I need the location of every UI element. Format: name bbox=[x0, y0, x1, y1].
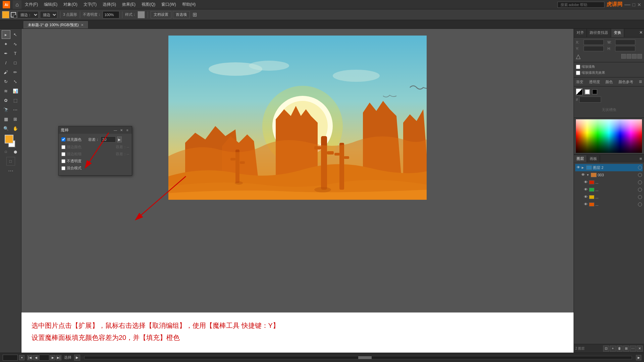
mask-mode-btn[interactable]: ⬤ bbox=[11, 147, 20, 156]
fill-color-checkbox[interactable] bbox=[61, 137, 65, 141]
y-input[interactable] bbox=[584, 46, 604, 51]
zoom-input[interactable]: 100% bbox=[3, 355, 18, 361]
status-scrollbar[interactable] bbox=[84, 356, 632, 359]
tab-close-btn[interactable]: ✕ bbox=[81, 23, 84, 27]
layer-lock-2[interactable] bbox=[638, 166, 642, 170]
opacity-checkbox[interactable] bbox=[61, 159, 65, 163]
blend-btn[interactable]: ⋯ bbox=[11, 105, 20, 114]
close-btn[interactable]: ✕ bbox=[637, 2, 641, 7]
layer-lock-red[interactable] bbox=[638, 180, 642, 184]
rect-btn[interactable]: □ bbox=[11, 58, 20, 67]
create-new-layer-btn[interactable]: + bbox=[610, 346, 616, 352]
pathfinder-tab[interactable]: 路径查找器 bbox=[587, 29, 611, 37]
panel-minimize-btn[interactable]: — bbox=[113, 128, 118, 132]
hand-btn[interactable]: ✋ bbox=[11, 124, 20, 133]
white-swatch[interactable] bbox=[585, 89, 590, 95]
symbol-btn[interactable]: ✿ bbox=[2, 96, 10, 105]
gradient-btn[interactable]: ▦ bbox=[2, 115, 10, 123]
pen-btn[interactable]: ✒ bbox=[2, 49, 10, 58]
foreground-color[interactable] bbox=[5, 135, 13, 143]
menu-object[interactable]: 对象(O) bbox=[61, 1, 80, 8]
blend-mode-checkbox[interactable] bbox=[61, 166, 65, 170]
layers-tab[interactable]: 图层 bbox=[574, 155, 587, 162]
prev-page-btn[interactable]: ◀ bbox=[33, 355, 39, 360]
page-input[interactable]: 1 bbox=[39, 355, 49, 361]
scroll-right-btn[interactable]: ▶ bbox=[636, 355, 641, 360]
graph-btn[interactable]: 📊 bbox=[11, 86, 20, 95]
scale-strokes-checkbox[interactable] bbox=[576, 65, 580, 69]
w-input[interactable] bbox=[615, 40, 635, 45]
warp-btn[interactable]: ≋ bbox=[2, 86, 10, 95]
transform-btn-2[interactable] bbox=[627, 54, 631, 59]
align-tab[interactable]: 对齐 bbox=[574, 29, 587, 37]
panel-menu-icon[interactable]: ≡ bbox=[639, 79, 642, 85]
layer-eye-yellow[interactable]: 👁 bbox=[583, 195, 588, 199]
direct-select-btn[interactable]: ↖ bbox=[11, 30, 20, 39]
layer-eye-003[interactable]: 👁 bbox=[581, 173, 585, 177]
layer-eye-green[interactable]: 👁 bbox=[583, 187, 588, 192]
menu-help[interactable]: 帮助(H) bbox=[179, 1, 199, 8]
scale-btn[interactable]: ⤡ bbox=[11, 77, 20, 86]
layer-options-btn[interactable]: ⊞ bbox=[623, 346, 629, 352]
stroke-width-checkbox[interactable] bbox=[61, 152, 65, 156]
pencil-btn[interactable]: ✏ bbox=[11, 68, 20, 76]
right-panel-close-btn[interactable]: ✕ bbox=[638, 29, 644, 37]
brush-type-select[interactable]: 描边： bbox=[17, 11, 39, 18]
layer-lock-orange[interactable] bbox=[638, 202, 642, 206]
menu-edit[interactable]: 编辑(E) bbox=[41, 1, 60, 8]
x-input[interactable] bbox=[584, 40, 604, 45]
fill-tolerance-input[interactable] bbox=[101, 136, 116, 142]
menu-file[interactable]: 文件(F) bbox=[22, 1, 41, 8]
fill-color-swatch[interactable] bbox=[2, 11, 9, 18]
tolerance-increment-btn[interactable]: ▶ bbox=[117, 136, 122, 142]
layer-item-green[interactable]: 👁 ... bbox=[575, 186, 643, 193]
search-input[interactable] bbox=[557, 2, 604, 8]
artboard-tab[interactable]: 画板 bbox=[587, 155, 600, 162]
h-input[interactable] bbox=[615, 46, 635, 51]
layer-lock-green[interactable] bbox=[638, 188, 642, 192]
menu-text[interactable]: 文字(T) bbox=[81, 1, 99, 8]
prefs-btn[interactable]: 首选项 bbox=[173, 11, 190, 18]
home-btn[interactable]: ⌂ bbox=[13, 0, 21, 9]
line-btn[interactable]: / bbox=[2, 58, 10, 67]
layer-trash-btn[interactable]: ✕ bbox=[637, 346, 643, 352]
scale-effects-checkbox[interactable] bbox=[576, 71, 580, 75]
chart-btn[interactable]: ⬚ bbox=[11, 96, 20, 105]
transform-btn-3[interactable] bbox=[632, 54, 637, 59]
normal-mode-btn[interactable]: □ bbox=[2, 147, 10, 156]
black-swatch[interactable] bbox=[592, 89, 597, 95]
make-clipping-mask-btn[interactable]: ⊡ bbox=[603, 346, 609, 352]
menu-view[interactable]: 视图(Q) bbox=[139, 1, 158, 8]
zoom-btn[interactable]: 🔍 bbox=[2, 124, 10, 133]
layer-item-orange[interactable]: 👁 ... bbox=[575, 201, 643, 208]
eyedropper-btn[interactable]: 🔭 bbox=[2, 105, 10, 114]
mesh-btn[interactable]: ⊞ bbox=[11, 115, 20, 123]
magic-wand-btn[interactable]: ✦ bbox=[2, 40, 10, 48]
rotate-btn[interactable]: ↻ bbox=[2, 77, 10, 86]
first-page-btn[interactable]: |◀ bbox=[27, 355, 33, 360]
menu-effect[interactable]: 效果(E) bbox=[119, 1, 138, 8]
text-btn[interactable]: T bbox=[11, 49, 20, 58]
lasso-btn[interactable]: ∿ bbox=[11, 40, 20, 48]
layers-panel-menu[interactable]: ≡ bbox=[637, 156, 644, 162]
style-color-box[interactable] bbox=[138, 11, 145, 18]
zoom-dropdown-btn[interactable]: ▾ bbox=[19, 355, 24, 360]
layer-eye-orange[interactable]: 👁 bbox=[583, 202, 588, 207]
layer-eye-2[interactable]: 👁 bbox=[576, 165, 581, 170]
layer-item-003[interactable]: 👁 ▼ 003 bbox=[575, 171, 643, 179]
select-tool-btn[interactable]: ▸ bbox=[2, 30, 10, 39]
layer-arrow-2[interactable]: ▶ bbox=[582, 166, 585, 169]
arrange-icon[interactable]: ⊞ bbox=[193, 12, 197, 17]
panel-titlebar[interactable]: 魔棒 — ✕ ≡ bbox=[59, 126, 132, 134]
layer-item-yellow[interactable]: 👁 ... bbox=[575, 193, 643, 201]
transform-tab[interactable]: 变换 bbox=[611, 29, 624, 37]
document-tab[interactable]: 未标题-1* @ 100% (RGB/预览) ✕ bbox=[23, 21, 88, 28]
next-page-btn[interactable]: ▶ bbox=[50, 355, 55, 360]
panel-close-btn[interactable]: ✕ bbox=[119, 128, 124, 132]
layer-arrow-003[interactable]: ▼ bbox=[586, 173, 590, 177]
play-btn[interactable]: ▶ bbox=[74, 355, 80, 361]
restore-btn[interactable]: □ bbox=[633, 2, 635, 7]
panel-menu-btn[interactable]: ≡ bbox=[125, 128, 130, 132]
stroke-color-checkbox[interactable] bbox=[61, 145, 65, 149]
more-tools-btn[interactable]: ⋯ bbox=[8, 168, 13, 174]
